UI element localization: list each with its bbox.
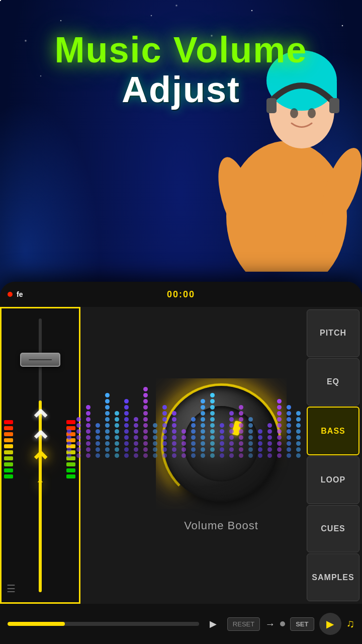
eq-col: [142, 387, 149, 458]
bg-equalizer: [65, 367, 302, 458]
eq-col: [104, 393, 111, 458]
eq-col: [190, 417, 197, 458]
svg-rect-15: [4, 450, 13, 454]
progress-fill: [8, 622, 65, 626]
forward-arrow[interactable]: →: [265, 618, 275, 630]
svg-rect-12: [4, 468, 13, 472]
eq-col: [276, 399, 283, 458]
mini-eq-svg: [4, 334, 14, 485]
fader-handle[interactable]: [20, 353, 60, 367]
eq-col: [237, 405, 244, 458]
svg-rect-18: [4, 432, 13, 436]
play-button[interactable]: ▶: [204, 615, 222, 633]
eq-col: [65, 429, 72, 458]
set-button[interactable]: SET: [290, 617, 314, 631]
svg-rect-17: [4, 438, 13, 442]
app-topbar: fe 00:00: [0, 282, 362, 307]
title-line2: Adjust: [122, 69, 240, 110]
up-arrow: ↑: [35, 473, 45, 494]
eq-col: [113, 411, 120, 458]
svg-point-8: [246, 151, 327, 252]
loop-button[interactable]: LOOP: [307, 456, 359, 504]
progress-bar[interactable]: [8, 622, 199, 626]
svg-rect-23: [66, 462, 75, 466]
time-display: 00:00: [167, 289, 195, 300]
svg-rect-13: [4, 462, 13, 466]
chevron-arrows: ⌃ ⌃ ⌃ ↑: [29, 411, 52, 494]
eq-col: [123, 399, 130, 458]
title-section: Music Volume Adjust: [0, 30, 362, 110]
svg-rect-14: [4, 456, 13, 460]
eq-col: [218, 423, 225, 458]
app-panel: fe 00:00 ⌃ ⌃ ⌃ ↑: [0, 282, 362, 644]
svg-rect-16: [4, 444, 13, 448]
eq-col: [151, 423, 158, 458]
eq-col: [295, 411, 302, 458]
eq-col: [266, 423, 273, 458]
record-indicator: [8, 292, 13, 297]
eq-col: [132, 417, 139, 458]
cues-button[interactable]: CUES: [307, 505, 359, 553]
svg-rect-21: [66, 474, 75, 478]
title-line1: Music Volume: [55, 30, 308, 70]
eq-col: [256, 429, 263, 458]
pitch-button[interactable]: PITCH: [307, 309, 359, 357]
volume-label: Volume Boost: [184, 519, 258, 532]
track-label: fe: [17, 290, 23, 298]
hamburger-icon[interactable]: ☰: [7, 583, 16, 595]
eq-col: [170, 411, 177, 458]
eq-col: [161, 405, 168, 458]
eq-col: [228, 411, 235, 458]
eq-col: [209, 393, 216, 458]
eq-col: [94, 423, 101, 458]
play-green-button[interactable]: ▶: [319, 613, 341, 635]
eq-col: [84, 405, 92, 458]
eq-button[interactable]: EQ: [307, 358, 359, 406]
svg-rect-20: [4, 420, 13, 424]
eq-col: [285, 405, 292, 458]
transport-bar: ▶ RESET → SET ▶ ♫: [0, 604, 362, 644]
eq-col: [199, 399, 206, 458]
reset-button[interactable]: RESET: [227, 617, 260, 631]
chevron-3: ⌃: [29, 453, 52, 473]
music-note-icon[interactable]: ♫: [346, 617, 355, 630]
eq-col: [180, 429, 187, 458]
eq-col: [247, 417, 254, 458]
svg-rect-22: [66, 468, 75, 472]
svg-rect-11: [4, 474, 13, 478]
app-title: Music Volume Adjust: [0, 30, 362, 110]
samples-button[interactable]: SAMPLES: [307, 553, 359, 601]
right-buttons-panel: PITCH EQ BASS LOOP CUES SAMPLES: [304, 307, 362, 604]
cue-dot: [280, 621, 285, 626]
svg-rect-19: [4, 426, 13, 430]
bass-button[interactable]: BASS: [307, 407, 359, 455]
eq-col: [75, 417, 82, 458]
